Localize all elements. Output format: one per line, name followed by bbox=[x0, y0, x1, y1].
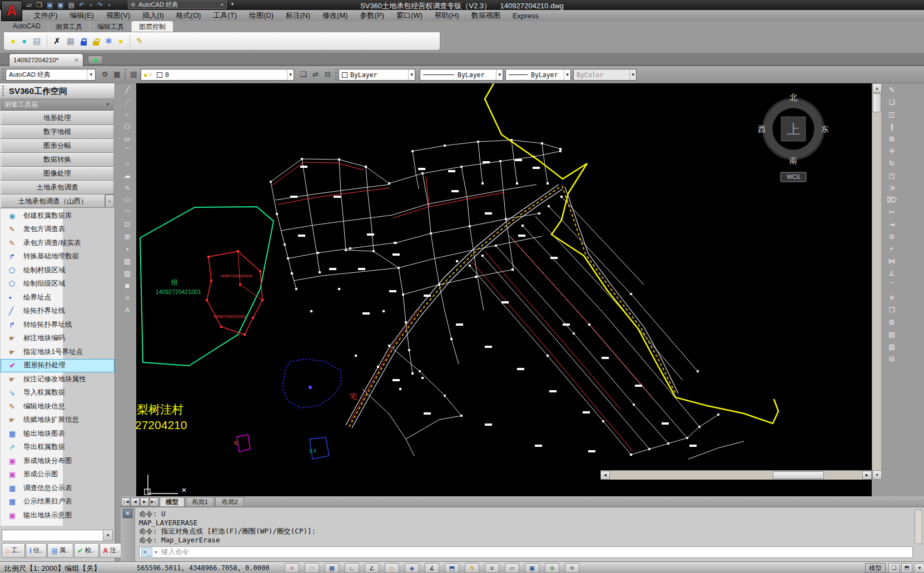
new-document-tab-button[interactable]: ▦ bbox=[88, 56, 103, 64]
document-tab[interactable]: 140927204210* ✕ bbox=[9, 53, 83, 66]
tool-item-绘拓扑界址线[interactable]: ╱绘拓扑界址线 bbox=[1, 305, 115, 318]
join-icon[interactable]: ⋈ bbox=[885, 256, 898, 268]
category-button-数字地模[interactable]: 数字地模 bbox=[1, 125, 114, 139]
table-icon[interactable]: ⌗ bbox=[121, 292, 134, 305]
menu-item-3[interactable]: 插入(I) bbox=[136, 10, 170, 21]
app-logo-icon[interactable]: A bbox=[1, 1, 22, 21]
chevron-down-icon[interactable]: ▼ bbox=[154, 550, 158, 554]
scroll-right-icon[interactable]: ▶ bbox=[862, 471, 872, 480]
category-button-图形分幅[interactable]: 图形分幅 bbox=[1, 139, 114, 153]
workspace-switch-combo[interactable]: ⚙ AutoCAD 经典 ▼ bbox=[128, 1, 227, 9]
menu-item-11[interactable]: 帮助(H) bbox=[429, 10, 465, 21]
category-button-数据转换[interactable]: 数据转换 bbox=[1, 153, 114, 167]
ellipse-icon[interactable]: ⬭ bbox=[121, 195, 134, 207]
layer-on-icon[interactable]: ● bbox=[11, 33, 16, 49]
layer-off-icon[interactable]: ● bbox=[22, 33, 27, 49]
ortho-toggle[interactable]: ∟ bbox=[345, 563, 359, 573]
new-file-icon[interactable]: ▱ bbox=[27, 1, 32, 9]
circle-icon[interactable]: ○ bbox=[121, 158, 134, 170]
layer-unlock-icon[interactable] bbox=[93, 41, 99, 46]
point-icon[interactable]: ▪ bbox=[121, 243, 134, 256]
line-icon[interactable]: ╱ bbox=[121, 84, 134, 97]
command-input[interactable]: >_ ▼ 键入命令 bbox=[139, 546, 913, 558]
last-tab-icon[interactable]: ▶❘ bbox=[150, 497, 158, 506]
tool-item-公示结果归户表[interactable]: ▦公示结果归户表 bbox=[1, 495, 115, 509]
layer-properties-icon[interactable]: ▤ bbox=[33, 33, 41, 49]
tool-item-图形拓扑处理[interactable]: ✔图形拓扑处理 bbox=[1, 359, 115, 373]
ducs-toggle[interactable]: ⬒ bbox=[445, 563, 459, 573]
lineweight-combo[interactable]: ByLayer ▼ bbox=[505, 69, 571, 81]
layout-tab-布局1[interactable]: 布局1 bbox=[186, 497, 214, 506]
plot-icon[interactable]: ▤ bbox=[68, 1, 74, 9]
menu-item-12[interactable]: 数据视图 bbox=[465, 10, 506, 21]
revcloud-icon[interactable]: ☁ bbox=[121, 170, 134, 182]
layout-tab-模型[interactable]: 模型 bbox=[160, 497, 185, 506]
color-combo[interactable]: ByLayer ▼ bbox=[339, 69, 415, 81]
toolbar-grip[interactable] bbox=[125, 69, 127, 81]
layer-delete-icon[interactable]: ✗ bbox=[53, 33, 61, 49]
menu-item-8[interactable]: 修改(M) bbox=[316, 10, 354, 21]
rotate-icon[interactable]: ↻ bbox=[885, 158, 898, 170]
ribbon-tab-图层控制[interactable]: 图层控制 bbox=[132, 21, 173, 32]
annotation-scale-icon[interactable]: ▾ bbox=[914, 563, 924, 573]
tool-item-转绘拓扑界址线[interactable]: ↱转绘拓扑界址线 bbox=[1, 318, 115, 332]
layer-thaw-icon[interactable]: ● bbox=[118, 33, 123, 49]
linetype-combo[interactable]: ByLayer ▼ bbox=[420, 69, 503, 81]
tool-item-承包方调查/核实表[interactable]: ✎承包方调查/核实表 bbox=[1, 236, 115, 250]
layer-freeze-icon[interactable]: ❄ bbox=[105, 33, 112, 49]
palette-tab-属..[interactable]: ▤属.. bbox=[47, 543, 73, 558]
tool-item-绘制村级区域[interactable]: ⬠绘制村级区域 bbox=[1, 263, 115, 277]
chevron-down-icon[interactable]: ▼ bbox=[89, 3, 93, 7]
workspace-settings-icon[interactable]: ⚙ bbox=[99, 69, 111, 81]
trim-icon[interactable]: ✂ bbox=[885, 207, 898, 219]
tool-item-调查信息公示表[interactable]: ▦调查信息公示表 bbox=[1, 481, 115, 495]
quick-view-layouts-icon[interactable]: ❏ bbox=[888, 563, 900, 573]
open-file-icon[interactable]: ❒ bbox=[36, 1, 42, 9]
chevron-down-icon[interactable]: ▼ bbox=[107, 3, 111, 7]
snap-toggle[interactable]: ⌗ bbox=[285, 563, 299, 573]
tool-item-按注记修改地块属性[interactable]: ☛按注记修改地块属性 bbox=[1, 372, 115, 386]
hatch-icon[interactable]: ▨ bbox=[121, 256, 134, 268]
undo-icon[interactable]: ↶ bbox=[79, 1, 85, 9]
ellipse-arc-icon[interactable]: ◠ bbox=[121, 207, 134, 219]
region-icon[interactable]: ◙ bbox=[121, 280, 134, 292]
tool-item-创建权属数据库[interactable]: ◉创建权属数据库 bbox=[1, 209, 115, 223]
break-at-point-icon[interactable]: ⊘ bbox=[885, 231, 898, 243]
category-button-土地承包调查[interactable]: 土地承包调查 bbox=[1, 181, 114, 195]
menu-item-0[interactable]: 文件(F) bbox=[28, 10, 64, 21]
first-tab-icon[interactable]: ❘◀ bbox=[121, 497, 130, 506]
arc-icon[interactable]: ⌒ bbox=[121, 146, 134, 158]
layer-match-icon[interactable]: ✎ bbox=[136, 33, 143, 49]
selection-cycling-toggle[interactable]: ⊕ bbox=[545, 563, 559, 573]
stretch-icon[interactable]: ⇲ bbox=[885, 182, 898, 195]
tool-item-统赋地块扩展信息[interactable]: ☛统赋地块扩展信息 bbox=[1, 413, 115, 427]
draworder-above-icon[interactable]: ▤ bbox=[885, 329, 898, 341]
menu-item-4[interactable]: 格式(O) bbox=[170, 10, 207, 21]
tool-item-发包方调查表[interactable]: ✎发包方调查表 bbox=[1, 223, 115, 237]
layer-select-icon[interactable]: ▦ bbox=[67, 33, 74, 49]
category-button-图像处理[interactable]: 图像处理 bbox=[1, 167, 114, 181]
command-scrollbar[interactable] bbox=[915, 510, 922, 544]
palette-tab-注..[interactable]: A注.. bbox=[100, 543, 124, 558]
drawing-canvas[interactable]: 梨树洼村27204210组140927204210011409272042100… bbox=[136, 83, 872, 496]
tool-item-输出地块示意图[interactable]: ▣输出地块示意图 bbox=[1, 509, 115, 522]
otrack-toggle[interactable]: ∡ bbox=[425, 563, 439, 573]
erase-icon[interactable]: ✎ bbox=[885, 84, 898, 97]
vertical-scrollbar[interactable]: ▲ ▼ bbox=[872, 83, 881, 480]
grid-toggle[interactable]: ∷ bbox=[305, 563, 319, 573]
save-as-icon[interactable]: ▣ bbox=[57, 1, 63, 9]
lengthen-icon[interactable]: ⌦ bbox=[885, 195, 898, 207]
array-icon[interactable]: ⊞ bbox=[885, 133, 898, 146]
ribbon-tab-测算工具[interactable]: 测算工具 bbox=[48, 21, 90, 32]
chamfer-icon[interactable]: ∠ bbox=[885, 268, 898, 280]
scroll-up-icon[interactable]: ▲ bbox=[872, 83, 882, 93]
fillet-icon[interactable]: ⌒ bbox=[885, 280, 898, 292]
polyline-icon[interactable]: ⌐ bbox=[121, 109, 134, 121]
workspace-combo[interactable]: AutoCAD 经典 ▼ bbox=[6, 69, 96, 81]
layer-manager-icon[interactable]: ▤ bbox=[128, 69, 140, 81]
mirror-icon[interactable]: ◫ bbox=[885, 109, 898, 121]
toolbar-grip[interactable] bbox=[335, 69, 337, 81]
grid-display-toggle[interactable]: ▦ bbox=[325, 563, 339, 573]
menu-item-10[interactable]: 窗口(W) bbox=[390, 10, 429, 21]
annotation-monitor-toggle[interactable]: ✛ bbox=[565, 563, 579, 573]
